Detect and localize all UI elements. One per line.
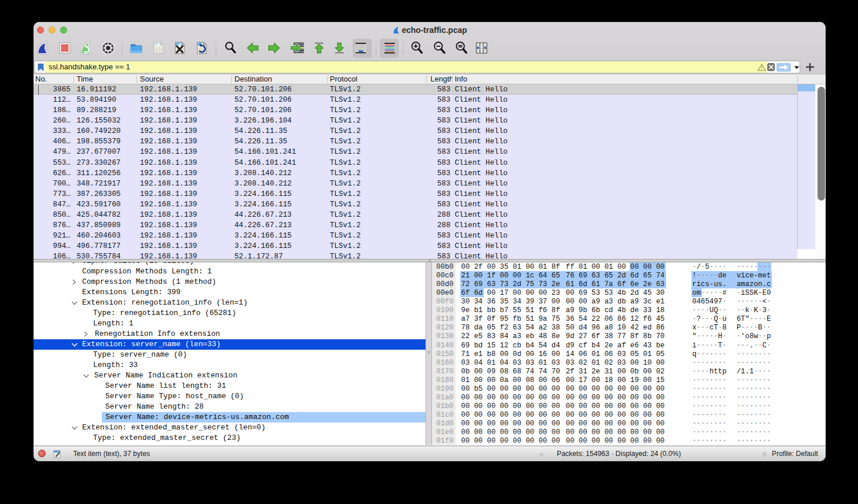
svg-text:0101: 0101: [155, 51, 162, 54]
